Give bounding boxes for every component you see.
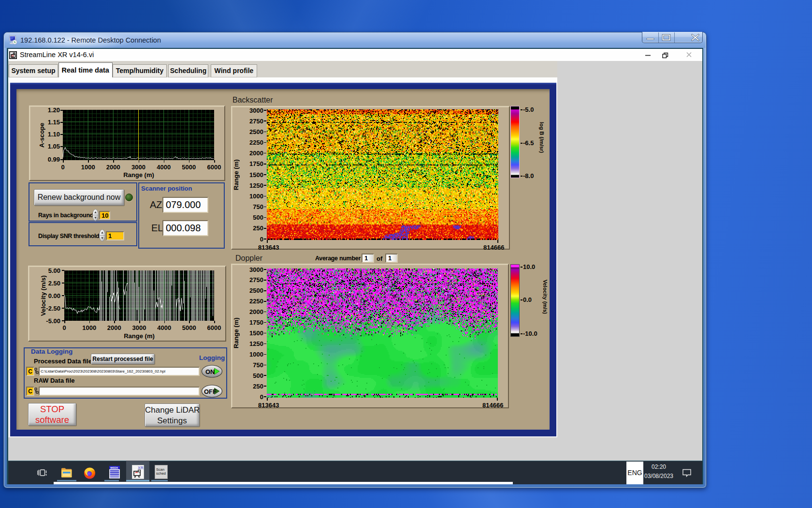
svg-text:WEEK: WEEK (110, 466, 118, 469)
svg-text:sched: sched (156, 471, 166, 476)
svg-text:XR: XR (138, 465, 144, 470)
svg-text:ON: ON (205, 368, 215, 375)
svg-text:OFF: OFF (204, 388, 217, 395)
